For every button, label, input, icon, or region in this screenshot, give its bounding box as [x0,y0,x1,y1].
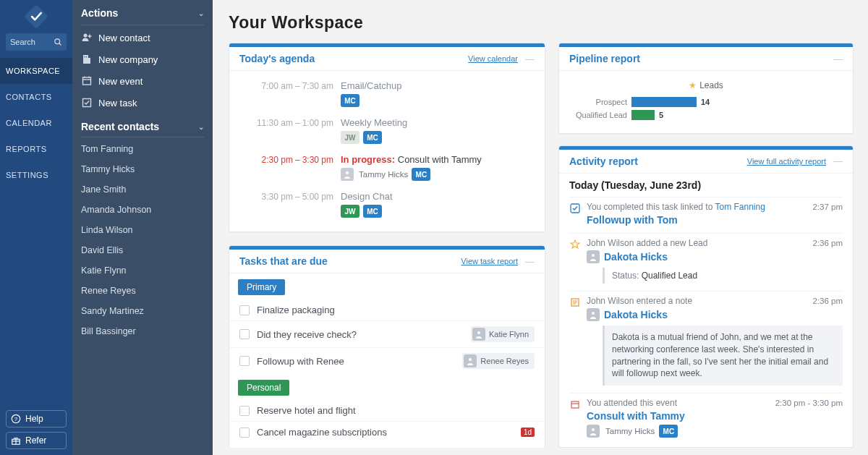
agenda-row[interactable]: 3:30 pm–5:00 pm Design Chat JWMC [239,186,535,223]
task-row[interactable]: Cancel magazine subscriptions 1d [229,421,545,443]
task-assignee[interactable]: Katie Flynn [471,326,535,342]
task-row[interactable]: Followup with Renee Renee Reyes [229,347,545,374]
task-assignee[interactable]: Renee Reyes [462,353,535,369]
activity-date: Today (Tuesday, June 23rd) [569,179,843,191]
task-checkbox[interactable] [239,356,250,366]
refer-button[interactable]: Refer [6,432,67,449]
activity-item: You completed this task linked to Tom Fa… [569,197,843,233]
view-activity-link[interactable]: View full activity report [747,157,826,166]
svg-point-29 [592,312,595,315]
new-company-action[interactable]: New company [72,48,213,70]
page-title: Your Workspace [229,13,854,33]
pipeline-value: 5 [659,111,663,119]
pipeline-row[interactable]: Qualified Lead 5 [569,110,843,120]
new-contact-action[interactable]: New contact [72,27,213,48]
note-icon [569,296,581,386]
new-task-action[interactable]: New task [72,92,213,114]
recent-contact[interactable]: Renee Reyes [72,281,213,301]
pipeline-row[interactable]: Prospect 14 [569,97,843,107]
new-event-action[interactable]: New event [72,70,213,92]
svg-rect-0 [24,4,48,29]
help-icon: ? [11,414,21,424]
recent-contact[interactable]: Tom Fanning [72,139,213,159]
app-logo [0,0,72,33]
task-checkbox[interactable] [239,329,250,339]
recent-contact[interactable]: David Ellis [72,240,213,260]
pipeline-value: 14 [701,98,710,106]
agenda-row-inprogress[interactable]: 2:30 pm–3:30 pm In progress: Consult wit… [239,149,535,186]
search-box[interactable] [6,33,67,51]
collapse-icon[interactable]: — [525,54,535,64]
activity-line: You attended this event [587,398,677,408]
svg-rect-11 [83,55,88,64]
check-icon [569,202,581,226]
task-group-personal[interactable]: Personal [238,380,289,396]
task-group-primary[interactable]: Primary [238,279,285,295]
action-label: New company [98,54,158,65]
recent-contact[interactable]: Katie Flynn [72,260,213,281]
task-row[interactable]: Reserve hotel and flight [229,400,545,421]
activity-time: 2:36 pm [812,239,843,247]
task-checkbox[interactable] [239,305,250,315]
collapse-icon[interactable]: — [525,256,535,267]
main-content: Your Workspace Today's agenda View calen… [213,0,868,455]
avatar-icon [464,354,477,367]
attendee-badge-mc: MC [659,425,678,438]
nav-item-workspace[interactable]: WORKSPACE [0,58,72,84]
checkbox-icon [81,97,93,109]
task-row[interactable]: Finalize packaging [229,299,545,320]
agenda-event-title: Email/Catchup [341,80,535,91]
actions-title: Actions [81,7,118,19]
agenda-title: Today's agenda [239,53,315,64]
task-checkbox[interactable] [239,428,250,438]
recent-contact[interactable]: Amanda Johnson [72,200,213,220]
task-row[interactable]: Did they receive check? Katie Flynn [229,320,545,347]
recent-contact[interactable]: Sandy Martinez [72,301,213,321]
agenda-event-title: Weekly Meeting [341,117,535,128]
recent-contacts-list: Tom Fanning Tammy Hicks Jane Smith Amand… [72,139,213,341]
svg-rect-12 [88,58,90,64]
activity-item: You attended this event 2:30 pm - 3:30 p… [569,393,843,445]
activity-title-link[interactable]: Followup with Tom [587,214,678,226]
activity-body: Today (Tuesday, June 23rd) You completed… [559,174,853,447]
star-icon: ★ [689,80,697,90]
recent-contact[interactable]: Linda Wilson [72,220,213,240]
collapse-icon[interactable]: — [833,156,843,166]
activity-title-link[interactable]: Consult with Tammy [587,410,685,422]
activity-line: John Wilson entered a note [587,296,692,306]
tasks-card: Tasks that are due View task report — Pr… [229,245,545,448]
attendee-badge-mc: MC [412,168,430,181]
activity-title-link[interactable]: Dakota Hicks [604,251,668,263]
search-icon [54,38,62,46]
recent-contact[interactable]: Tammy Hicks [72,159,213,179]
view-calendar-link[interactable]: View calendar [468,54,518,63]
task-name: Did they receive check? [257,329,464,340]
activity-contact-link[interactable]: Tom Fanning [715,202,765,212]
task-checkbox[interactable] [239,406,250,416]
collapse-icon[interactable]: — [833,54,843,64]
view-task-report-link[interactable]: View task report [461,257,518,265]
recent-contact[interactable]: Jane Smith [72,179,213,200]
attendee-name: Tammy Hicks [605,427,655,435]
nav-item-reports[interactable]: REPORTS [0,136,72,162]
nav-item-settings[interactable]: SETTINGS [0,162,72,188]
agenda-row[interactable]: 7:00 am–7:30 am Email/Catchup MC [239,75,535,112]
activity-item: John Wilson entered a note 2:36 pm Dakot… [569,291,843,393]
recent-contacts-header[interactable]: Recent contacts ⌄ [72,114,213,137]
nav-item-contacts[interactable]: CONTACTS [0,84,72,110]
recent-contact[interactable]: Bill Bassinger [72,321,213,341]
pipeline-bar [631,110,655,120]
action-label: New task [98,98,137,109]
refer-label: Refer [25,435,46,446]
help-button[interactable]: ? Help [6,410,67,428]
search-input[interactable] [10,38,54,46]
svg-text:?: ? [14,416,18,422]
nav-item-calendar[interactable]: CALENDAR [0,110,72,136]
agenda-row[interactable]: 11:30 am–1:00 pm Weekly Meeting JWMC [239,112,535,149]
task-name: Cancel magazine subscriptions [257,427,514,438]
activity-title-link[interactable]: Dakota Hicks [604,309,668,320]
activity-time: 2:30 pm - 3:30 pm [775,399,843,407]
svg-rect-30 [571,401,579,408]
tasks-title: Tasks that are due [239,255,328,267]
actions-header[interactable]: Actions ⌄ [72,0,213,25]
